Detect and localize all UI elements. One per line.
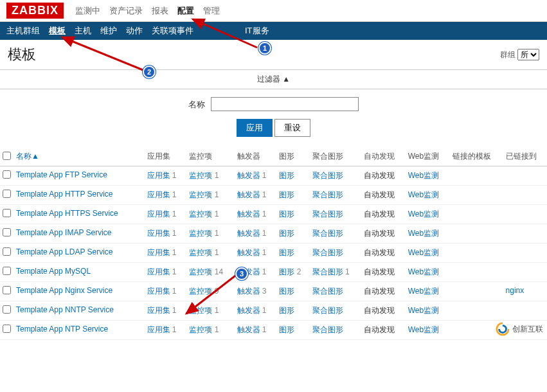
screens-link[interactable]: 聚合图形 (310, 166, 362, 186)
row-checkbox[interactable] (0, 166, 13, 186)
web-link[interactable]: Web监测 (406, 301, 450, 321)
triggers-link[interactable]: 触发器 1 (235, 321, 277, 340)
subnav-动作[interactable]: 动作 (126, 25, 143, 37)
template-name-link[interactable]: Template App NNTP Service (13, 301, 145, 321)
triggers-link[interactable]: 触发器 3 (235, 282, 277, 301)
template-name-link[interactable]: Template App NTP Service (13, 321, 145, 340)
web-link[interactable]: Web监测 (406, 186, 450, 205)
items-link[interactable]: 监控项 1 (186, 205, 234, 224)
triggers-link[interactable]: 触发器 1 (235, 301, 277, 321)
graphs-link[interactable]: 图形 (276, 166, 309, 186)
items-link[interactable]: 监控项 1 (186, 224, 234, 244)
items-link[interactable]: 监控项 1 (186, 244, 234, 263)
discovery-cell: 自动发现 (361, 166, 405, 186)
template-name-link[interactable]: Template App MySQL (13, 263, 145, 282)
row-checkbox[interactable] (0, 321, 13, 340)
screens-link[interactable]: 聚合图形 (310, 282, 362, 301)
screens-link[interactable]: 聚合图形 (310, 301, 362, 321)
web-link[interactable]: Web监测 (406, 263, 450, 282)
apps-link[interactable]: 应用集 1 (145, 186, 187, 205)
apps-link[interactable]: 应用集 1 (145, 166, 187, 186)
row-checkbox[interactable] (0, 244, 13, 263)
row-checkbox[interactable] (0, 186, 13, 205)
subnav-维护[interactable]: 维护 (100, 25, 117, 37)
items-link[interactable]: 监控项 1 (186, 186, 234, 205)
graphs-link[interactable]: 图形 (276, 301, 309, 321)
graphs-link[interactable]: 图形 (276, 244, 309, 263)
linked-to-cell[interactable]: nginx (503, 282, 547, 301)
graphs-link[interactable]: 图形 (276, 224, 309, 244)
web-link[interactable]: Web监测 (406, 244, 450, 263)
graphs-link[interactable]: 图形 (276, 205, 309, 224)
topnav-资产记录[interactable]: 资产记录 (109, 5, 143, 17)
top-bar: ZABBIX 监测中资产记录报表配置管理 (0, 0, 547, 22)
subnav-主机群组[interactable]: 主机群组 (6, 25, 40, 37)
graphs-link[interactable]: 图形 (276, 186, 309, 205)
apps-link[interactable]: 应用集 1 (145, 301, 187, 321)
template-name-link[interactable]: Template App HTTP Service (13, 186, 145, 205)
items-link[interactable]: 监控项 1 (186, 166, 234, 186)
screens-link[interactable]: 聚合图形 (310, 224, 362, 244)
header-checkbox[interactable] (0, 147, 13, 166)
topnav-配置[interactable]: 配置 (177, 5, 194, 17)
topnav-管理[interactable]: 管理 (203, 5, 220, 17)
linked-tpl-cell (450, 301, 503, 321)
swirl-icon (496, 322, 510, 336)
apps-link[interactable]: 应用集 1 (145, 205, 187, 224)
linked-tpl-cell (450, 282, 503, 301)
apply-button[interactable]: 应用 (237, 119, 273, 137)
items-link[interactable]: 监控项 1 (186, 301, 234, 321)
discovery-cell: 自动发现 (361, 186, 405, 205)
subnav-IT服务[interactable]: IT服务 (245, 25, 269, 37)
apps-link[interactable]: 应用集 1 (145, 263, 187, 282)
items-link[interactable]: 监控项 14 (186, 263, 234, 282)
web-link[interactable]: Web监测 (406, 205, 450, 224)
template-name-link[interactable]: Template App HTTPS Service (13, 205, 145, 224)
template-name-link[interactable]: Template App IMAP Service (13, 224, 145, 244)
topnav-报表[interactable]: 报表 (152, 5, 168, 17)
row-checkbox[interactable] (0, 263, 13, 282)
triggers-link[interactable]: 触发器 1 (235, 263, 277, 282)
triggers-link[interactable]: 触发器 1 (235, 186, 277, 205)
triggers-link[interactable]: 触发器 1 (235, 205, 277, 224)
col-name[interactable]: 名称▲ (13, 147, 145, 166)
filter-name-input[interactable] (211, 97, 359, 111)
web-link[interactable]: Web监测 (406, 166, 450, 186)
apps-link[interactable]: 应用集 1 (145, 224, 187, 244)
apps-link[interactable]: 应用集 1 (145, 282, 187, 301)
apps-link[interactable]: 应用集 1 (145, 321, 187, 340)
web-link[interactable]: Web监测 (406, 321, 450, 340)
screens-link[interactable]: 聚合图形 (310, 186, 362, 205)
screens-link[interactable]: 聚合图形 (310, 205, 362, 224)
graphs-link[interactable]: 图形 (276, 321, 309, 340)
apps-link[interactable]: 应用集 1 (145, 244, 187, 263)
subnav-模板[interactable]: 模板 (49, 25, 66, 37)
subnav-关联项事件[interactable]: 关联项事件 (152, 25, 193, 37)
screens-link[interactable]: 聚合图形 (310, 321, 362, 340)
row-checkbox[interactable] (0, 224, 13, 244)
col-screens: 聚合图形 (310, 147, 362, 166)
row-checkbox[interactable] (0, 205, 13, 224)
group-select[interactable]: 所 (517, 49, 539, 60)
linked-to-cell (503, 263, 547, 282)
reset-button[interactable]: 重设 (274, 119, 310, 137)
web-link[interactable]: Web监测 (406, 282, 450, 301)
template-name-link[interactable]: Template App FTP Service (13, 166, 145, 186)
filter-toggle[interactable]: 过滤器 ▲ (0, 69, 547, 89)
subnav-主机[interactable]: 主机 (75, 25, 91, 37)
graphs-link[interactable]: 图形 (276, 282, 309, 301)
triggers-link[interactable]: 触发器 1 (235, 244, 277, 263)
web-link[interactable]: Web监测 (406, 224, 450, 244)
triggers-link[interactable]: 触发器 1 (235, 224, 277, 244)
items-link[interactable]: 监控项 1 (186, 321, 234, 340)
graphs-link[interactable]: 图形 2 (276, 263, 309, 282)
template-name-link[interactable]: Template App Nginx Service (13, 282, 145, 301)
row-checkbox[interactable] (0, 282, 13, 301)
triggers-link[interactable]: 触发器 1 (235, 166, 277, 186)
items-link[interactable]: 监控项 9 (186, 282, 234, 301)
topnav-监测中[interactable]: 监测中 (75, 5, 100, 17)
row-checkbox[interactable] (0, 301, 13, 321)
screens-link[interactable]: 聚合图形 1 (310, 263, 362, 282)
template-name-link[interactable]: Template App LDAP Service (13, 244, 145, 263)
screens-link[interactable]: 聚合图形 (310, 244, 362, 263)
